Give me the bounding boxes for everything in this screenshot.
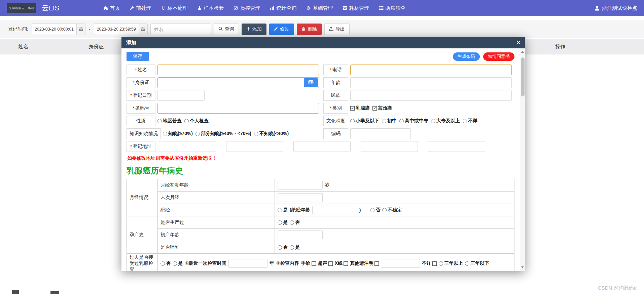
query-button[interactable]: 查询 xyxy=(214,24,239,35)
form-row: 性质 地区普查 个人检查 文化程度 小学及以下 初中 高中或中专 大专及以上 不… xyxy=(127,116,514,126)
education-option-radio[interactable]: 高中或中专 xyxy=(399,118,428,124)
education-option-radio[interactable]: 小学及以下 xyxy=(350,118,379,124)
exam-ultrasound-checkbox[interactable]: 超声 xyxy=(318,260,333,266)
barcode-field[interactable] xyxy=(157,103,319,114)
last-period-input[interactable] xyxy=(278,193,323,202)
exam-other-checkbox[interactable]: 其他请注明 xyxy=(350,260,379,266)
category-cervical-checkbox[interactable]: 宫颈癌 xyxy=(372,105,392,111)
education-option-radio[interactable]: 不详 xyxy=(463,118,477,124)
age-label: 年龄 xyxy=(323,77,348,88)
dialog-header[interactable]: 添加 × xyxy=(121,37,525,48)
footer-fragment xyxy=(50,291,59,294)
menopause-age-prefix: (绝经年龄 xyxy=(290,207,310,213)
exam-unknown-checkbox[interactable]: 不详 xyxy=(422,260,437,266)
nav-item-specimen[interactable]: 标本处理 xyxy=(161,5,188,11)
archive-box-icon xyxy=(343,6,347,10)
qc-check-icon xyxy=(234,6,238,10)
user-icon xyxy=(595,6,600,11)
nav-item-label: 首页 xyxy=(110,5,120,11)
past-exam-no-radio[interactable]: 否 xyxy=(160,260,171,266)
nav-item-sample-test[interactable]: 样本检验 xyxy=(197,5,224,11)
awareness-option-radio[interactable]: 知晓(≥70%) xyxy=(163,131,193,137)
calendar-icon[interactable] xyxy=(76,24,85,35)
awareness-option-radio[interactable]: 不知晓(<40%) xyxy=(254,131,289,137)
exam-palpation-checkbox[interactable]: 手诊 xyxy=(301,260,316,266)
menopause-yes-radio[interactable]: 是 xyxy=(278,207,288,213)
menopause-no-radio[interactable]: 否 xyxy=(370,207,380,213)
bar-chart-icon xyxy=(270,6,275,10)
menarche-unit: 岁 xyxy=(325,182,329,188)
nav-item-settings[interactable]: 基础管理 xyxy=(306,5,333,11)
scroll-up-arrow[interactable] xyxy=(520,49,525,54)
edit-button[interactable]: 修改 xyxy=(269,24,294,35)
add-button[interactable]: 添加 xyxy=(242,24,266,35)
awareness-option-radio[interactable]: 部分知晓(≥40% - <70%) xyxy=(195,131,251,137)
flask-icon xyxy=(197,6,202,10)
date-from-picker[interactable]: 2023-03-20 00:00:01 xyxy=(32,24,85,35)
gear-icon xyxy=(306,6,311,10)
user-account[interactable]: 浙江测试快检点 xyxy=(595,5,637,11)
scroll-down-arrow[interactable] xyxy=(520,265,525,270)
list-icon xyxy=(379,6,384,10)
ethnic-label: 民族 xyxy=(323,90,348,101)
birth-yes-radio[interactable]: 是 xyxy=(278,219,288,225)
address-district-field[interactable] xyxy=(293,141,351,152)
menopause-uncertain-radio[interactable]: 不确定 xyxy=(382,207,402,213)
breastfeed-yes-radio[interactable]: 是 xyxy=(290,244,300,250)
past-exam-yes-radio[interactable]: 是 xyxy=(173,260,183,266)
address-street-field[interactable] xyxy=(361,141,418,152)
table-row: 末次月经 xyxy=(127,192,514,204)
last-exam-time-input[interactable] xyxy=(228,259,267,268)
nature-label: 性质 xyxy=(127,116,155,126)
name-search-input[interactable] xyxy=(150,24,211,35)
menstruation-group-label: 月经情况 xyxy=(127,179,158,216)
ethnic-field[interactable] xyxy=(350,90,512,101)
phone-field[interactable] xyxy=(350,65,512,75)
nav-item-preprocess[interactable]: 前处理 xyxy=(130,5,151,11)
nav-item-qc[interactable]: 质控管理 xyxy=(234,5,260,11)
menarche-age-input[interactable] xyxy=(278,181,323,190)
close-icon[interactable]: × xyxy=(516,40,520,46)
education-option-radio[interactable]: 大专及以上 xyxy=(431,118,460,124)
first-birth-age-input[interactable] xyxy=(278,230,323,239)
education-option-radio[interactable]: 初中 xyxy=(382,118,397,124)
menopause-age-input[interactable] xyxy=(312,206,357,214)
nature-personal-radio[interactable]: 个人检查 xyxy=(184,118,209,124)
exam-xray-checkbox[interactable]: X线 xyxy=(335,260,348,266)
awareness-label: 知识知晓情况 xyxy=(127,128,161,139)
date-from-value: 2023-03-20 00:00:01 xyxy=(32,24,76,35)
name-field[interactable] xyxy=(157,65,319,75)
nav-item-screening[interactable]: 两癌筛查 xyxy=(379,5,406,11)
over-three-years-radio[interactable]: 三年以上 xyxy=(439,260,463,266)
add-button-label: 添加 xyxy=(252,26,262,32)
code-field[interactable] xyxy=(350,128,411,139)
scrollbar-thumb[interactable] xyxy=(521,57,525,96)
calendar-icon[interactable] xyxy=(139,24,147,35)
consent-form-button[interactable]: 知情同意书 xyxy=(483,52,514,61)
exam-other-input[interactable] xyxy=(381,259,420,268)
category-breast-checkbox[interactable]: 乳腺癌 xyxy=(350,105,370,111)
export-button[interactable]: 导出 xyxy=(324,24,350,35)
address-city-field[interactable] xyxy=(226,141,283,152)
age-field[interactable] xyxy=(350,77,512,88)
breastfeed-no-radio[interactable]: 否 xyxy=(278,244,288,250)
add-dialog: 添加 × 保存 生成条码 知情同意书 *姓名 *电话 *身份证 xyxy=(121,37,525,271)
last-period-label: 末次月经 xyxy=(158,192,275,204)
idcard-field[interactable] xyxy=(157,77,319,88)
regdate-field[interactable] xyxy=(157,90,205,101)
dialog-body: 保存 生成条码 知情同意书 *姓名 *电话 *身份证 xyxy=(121,48,520,271)
nature-area-radio[interactable]: 地区普查 xyxy=(157,118,182,124)
delete-button[interactable]: 删除 xyxy=(297,24,322,35)
nav-item-home[interactable]: 首页 xyxy=(103,5,120,11)
nav-item-supplies[interactable]: 耗材管理 xyxy=(343,5,369,11)
address-detail-field[interactable] xyxy=(428,141,485,152)
under-three-years-radio[interactable]: 三年以下 xyxy=(465,260,489,266)
nav-item-stats[interactable]: 统计查询 xyxy=(270,5,297,11)
address-province-field[interactable] xyxy=(159,141,216,152)
idcard-reader-button[interactable] xyxy=(304,78,318,87)
save-button[interactable]: 保存 xyxy=(127,52,149,61)
date-to-picker[interactable]: 2023-03-20 23:59:59 xyxy=(94,24,148,35)
modal-scrollbar[interactable] xyxy=(520,48,525,271)
birth-no-radio[interactable]: 否 xyxy=(290,219,300,225)
generate-barcode-button[interactable]: 生成条码 xyxy=(453,52,480,61)
